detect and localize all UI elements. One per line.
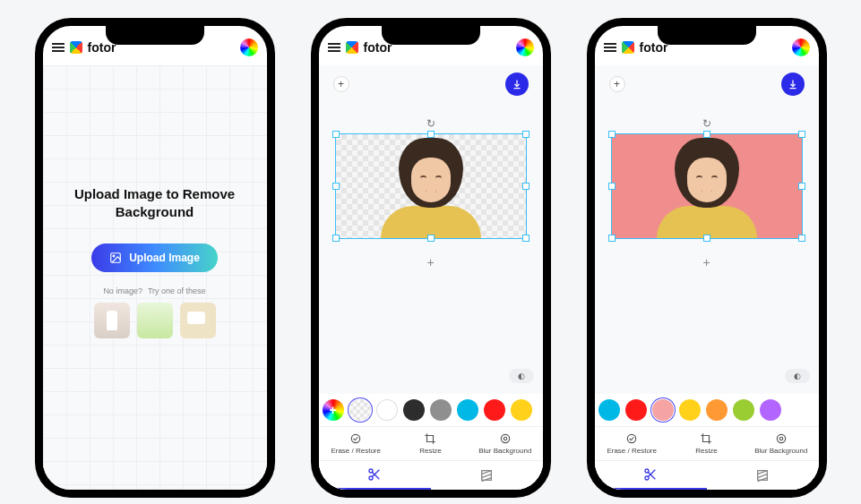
resize-handle[interactable]: [332, 131, 340, 138]
sample-thumbs: [94, 303, 216, 338]
bg-swatch[interactable]: [760, 399, 781, 421]
resize-handle[interactable]: [608, 183, 616, 190]
menu-icon[interactable]: [328, 43, 340, 52]
resize-handle[interactable]: [608, 131, 616, 138]
resize-handle[interactable]: [798, 235, 805, 242]
bottom-panel: ◐ Erase / Restore Resize Blur Background: [595, 394, 819, 490]
resize-handle[interactable]: [798, 183, 805, 190]
logo-icon: [622, 41, 634, 54]
texture-icon: [479, 468, 494, 483]
texture-icon: [755, 468, 770, 483]
add-button[interactable]: +: [609, 76, 625, 92]
bottom-tabs: [319, 460, 543, 490]
svg-point-2: [351, 434, 359, 442]
resize-handle[interactable]: [332, 235, 340, 242]
selection-box[interactable]: [335, 133, 527, 239]
tool-blur[interactable]: Blur Background: [468, 427, 542, 460]
svg-point-4: [501, 434, 509, 442]
image-icon: [109, 252, 122, 264]
notch: [658, 25, 756, 45]
svg-point-5: [369, 469, 373, 473]
tab-cut[interactable]: [319, 461, 431, 490]
tab-effects[interactable]: [431, 461, 543, 490]
canvas-area[interactable]: ↻ +: [328, 133, 534, 269]
tool-erase-label: Erase / Restore: [331, 447, 381, 455]
notch: [382, 25, 480, 45]
profile-color-icon[interactable]: [792, 38, 810, 56]
bg-swatch[interactable]: [652, 399, 674, 421]
tool-erase[interactable]: Erase / Restore: [595, 427, 669, 460]
try-one-label: Try one of these: [148, 286, 206, 295]
tool-resize[interactable]: Resize: [393, 427, 468, 460]
subject-image: [653, 132, 761, 238]
resize-handle[interactable]: [703, 235, 710, 242]
sample-thumb-1[interactable]: [94, 303, 130, 338]
upload-button-label: Upload Image: [129, 252, 200, 264]
resize-handle[interactable]: [522, 235, 530, 242]
rotate-handle-icon[interactable]: ↻: [702, 117, 711, 130]
profile-color-icon[interactable]: [516, 38, 534, 56]
blur-icon: [775, 432, 788, 445]
bg-swatch[interactable]: [511, 399, 532, 421]
selection-box[interactable]: [611, 133, 803, 239]
add-below-button[interactable]: +: [604, 255, 810, 269]
tool-erase[interactable]: Erase / Restore: [319, 427, 393, 460]
bg-swatch[interactable]: [376, 399, 398, 421]
profile-color-icon[interactable]: [240, 38, 258, 56]
resize-handle[interactable]: [703, 131, 710, 138]
tool-resize[interactable]: Resize: [669, 427, 744, 460]
resize-handle[interactable]: [608, 235, 616, 242]
download-button[interactable]: [505, 73, 529, 96]
bg-swatch[interactable]: [349, 399, 371, 421]
resize-handle[interactable]: [332, 183, 340, 190]
erase-icon: [349, 432, 362, 445]
crop-icon: [424, 432, 436, 445]
tool-resize-label: Resize: [419, 447, 441, 455]
resize-handle[interactable]: [427, 235, 435, 242]
tool-resize-label: Resize: [695, 447, 717, 455]
crop-icon: [700, 432, 712, 445]
svg-point-3: [504, 437, 507, 440]
resize-handle[interactable]: [522, 131, 530, 138]
tool-blur-label: Blur Background: [478, 447, 531, 455]
menu-icon[interactable]: [604, 43, 616, 52]
canvas-area[interactable]: ↻ +: [604, 133, 810, 269]
rotate-handle-icon[interactable]: ↻: [426, 117, 435, 130]
sample-thumb-2[interactable]: [137, 303, 173, 338]
resize-handle[interactable]: [522, 183, 530, 190]
bg-swatch[interactable]: [323, 399, 344, 421]
svg-point-8: [627, 434, 635, 442]
bg-swatch[interactable]: [598, 399, 620, 421]
compare-toggle[interactable]: ◐: [509, 369, 534, 383]
bg-swatch[interactable]: [706, 399, 728, 421]
editor-content: + ↻ +: [595, 65, 819, 490]
svg-point-1: [113, 255, 115, 257]
bg-swatch[interactable]: [679, 399, 701, 421]
tab-effects[interactable]: [707, 461, 819, 490]
bg-swatch[interactable]: [733, 399, 754, 421]
menu-icon[interactable]: [52, 43, 65, 52]
download-button[interactable]: [781, 73, 805, 96]
bg-swatch[interactable]: [625, 399, 647, 421]
add-below-button[interactable]: +: [328, 255, 534, 269]
bg-swatches: [319, 394, 543, 426]
bg-swatch[interactable]: [484, 399, 505, 421]
tool-erase-label: Erase / Restore: [607, 447, 657, 455]
sample-thumb-3[interactable]: [180, 303, 216, 338]
upload-content: Upload Image to Remove Background Upload…: [43, 65, 267, 490]
tab-cut[interactable]: [595, 461, 707, 490]
add-button[interactable]: +: [333, 76, 349, 92]
compare-toggle[interactable]: ◐: [785, 369, 810, 383]
logo-icon: [346, 41, 358, 54]
editor-content: + ↻ +: [319, 65, 543, 490]
tool-blur[interactable]: Blur Background: [744, 427, 818, 460]
svg-point-11: [645, 469, 649, 473]
bg-swatch[interactable]: [430, 399, 452, 421]
bg-swatch[interactable]: [403, 399, 425, 421]
resize-handle[interactable]: [798, 131, 805, 138]
upload-image-button[interactable]: Upload Image: [91, 243, 218, 272]
no-image-label: No image?: [103, 286, 142, 295]
bg-swatch[interactable]: [457, 399, 478, 421]
phone-upload: fotor Upload Image to Remove Background …: [35, 18, 275, 498]
resize-handle[interactable]: [427, 131, 435, 138]
